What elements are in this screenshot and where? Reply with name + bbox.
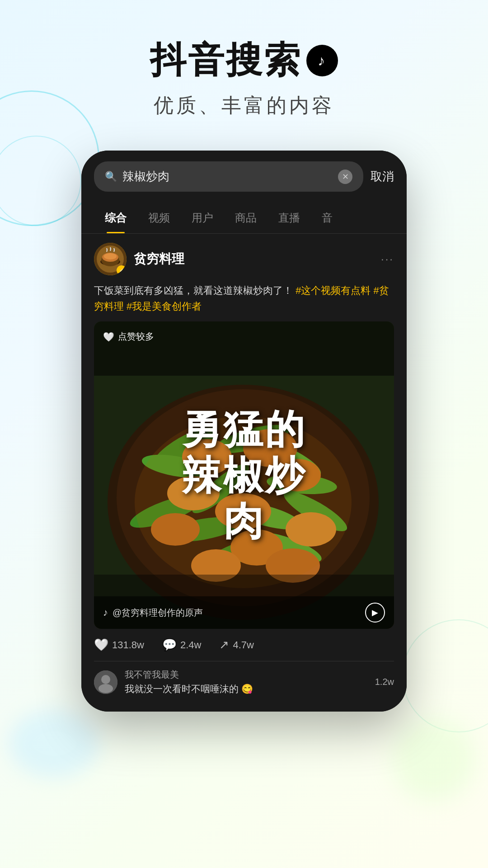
phone-container: 🔍 辣椒炒肉 ✕ 取消 综合 视频 用户 商品 直播 音 [0,151,488,712]
bg-blob-left [9,710,99,778]
tabs-bar: 综合 视频 用户 商品 直播 音 [81,203,407,234]
main-title: 抖音搜索 ♪ [0,36,488,85]
likes-count[interactable]: 🤍 131.8w [94,638,144,652]
user-row: ✓ 贫穷料理 ··· [94,243,394,275]
tab-音[interactable]: 音 [311,203,343,233]
video-overlay-text: 勇猛的辣椒炒肉 [182,407,306,544]
video-background: 🤍 点赞较多 勇猛的辣椒炒肉 ♪ @贫穷料理创作的原声 ▶ [94,321,394,629]
tab-商品[interactable]: 商品 [224,203,267,233]
svg-point-5 [104,253,117,259]
more-options-button[interactable]: ··· [381,253,394,265]
post-body-text: 下饭菜到底有多凶猛，就看这道辣椒炒肉了！ [94,285,293,296]
title-text: 抖音搜索 [150,36,302,85]
likes-value: 131.8w [112,639,144,651]
avatar[interactable]: ✓ [94,243,127,275]
audio-info: ♪ @贫穷料理创作的原声 [103,607,203,619]
comments-count[interactable]: 💬 2.4w [162,638,201,652]
svg-point-35 [101,675,110,684]
comment-preview: 我不管我最美 我就没一次看时不咽唾沫的 😋 1.2w [94,661,394,703]
username-label[interactable]: 贫穷料理 [134,250,184,268]
comment-content: 我不管我最美 我就没一次看时不咽唾沫的 😋 [125,669,368,695]
search-input[interactable]: 辣椒炒肉 [122,169,333,184]
search-bar[interactable]: 🔍 辣椒炒肉 ✕ [94,161,363,192]
tab-综合[interactable]: 综合 [94,203,137,233]
post-text: 下饭菜到底有多凶猛，就看这道辣椒炒肉了！ #这个视频有点料 #贫穷料理 #我是美… [94,283,394,314]
tab-直播[interactable]: 直播 [267,203,311,233]
verified-badge: ✓ [117,265,127,275]
comment-text: 我就没一次看时不咽唾沫的 😋 [125,683,368,695]
likes-badge-text: 点赞较多 [118,330,154,343]
video-thumbnail[interactable]: 🤍 点赞较多 勇猛的辣椒炒肉 ♪ @贫穷料理创作的原声 ▶ [94,321,394,629]
content-area: ✓ 贫穷料理 ··· 下饭菜到底有多凶猛，就看这道辣椒炒肉了！ #这个视频有点料… [81,234,407,712]
shares-count[interactable]: ↗ 4.7w [219,638,253,652]
tab-视频[interactable]: 视频 [137,203,181,233]
interaction-row: 🤍 131.8w 💬 2.4w ↗ 4.7w [94,629,394,661]
audio-bar: ♪ @贫穷料理创作的原声 ▶ [94,596,394,629]
search-icon: 🔍 [105,171,117,183]
commenter-avatar [94,670,117,694]
commenter-username: 我不管我最美 [125,669,368,681]
svg-rect-32 [94,321,394,376]
clear-button[interactable]: ✕ [338,170,352,184]
phone-mockup: 🔍 辣椒炒肉 ✕ 取消 综合 视频 用户 商品 直播 音 [81,151,407,712]
bg-blob-right [393,719,474,800]
tab-用户[interactable]: 用户 [181,203,224,233]
comment-likes: 1.2w [375,677,394,687]
user-info: ✓ 贫穷料理 [94,243,184,275]
tiktok-logo-icon: ♪ [306,45,338,76]
shares-value: 4.7w [233,639,253,651]
heart-icon: 🤍 [94,638,108,652]
comment-icon: 💬 [162,638,177,652]
likes-badge: 🤍 点赞较多 [103,330,154,343]
audio-label: @贫穷料理创作的原声 [113,607,203,619]
play-button[interactable]: ▶ [365,603,385,623]
share-icon: ↗ [219,638,229,652]
commenter-avatar-image [94,670,117,694]
music-icon: ♪ [103,607,108,618]
heart-icon: 🤍 [103,331,114,342]
comments-value: 2.4w [180,639,201,651]
svg-point-36 [99,684,113,693]
search-area: 🔍 辣椒炒肉 ✕ 取消 [81,151,407,203]
cancel-button[interactable]: 取消 [371,169,394,184]
